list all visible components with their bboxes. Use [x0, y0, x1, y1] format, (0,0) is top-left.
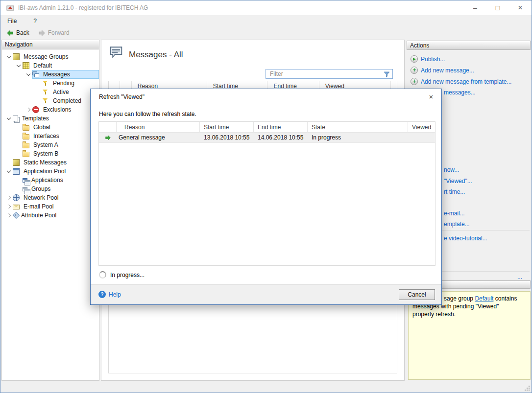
- nav-item-system-b[interactable]: System B: [2, 149, 99, 158]
- info-line-3: property refresh.: [412, 311, 456, 318]
- tree-indent: [15, 149, 23, 158]
- action-clipped-messages[interactable]: messages...: [444, 89, 476, 96]
- nav-item-completed[interactable]: Completed: [2, 96, 99, 105]
- folder-icon: [23, 125, 29, 131]
- status-text: In progress...: [110, 272, 145, 278]
- help-link[interactable]: ? Help: [98, 291, 121, 298]
- nav-item-network-pool[interactable]: Network Pool: [2, 193, 99, 202]
- nav-item-message-groups[interactable]: Message Groups: [2, 52, 99, 61]
- dialog-close-button[interactable]: ×: [426, 92, 436, 101]
- refresh-table-header: Reason Start time End time State Viewed: [99, 122, 435, 133]
- chevron-collapsed-icon[interactable]: [24, 105, 32, 114]
- action-label: Add new message...: [421, 67, 474, 74]
- column-end-time[interactable]: End time: [254, 122, 308, 132]
- forward-button[interactable]: Forward: [36, 28, 72, 38]
- nav-item-default[interactable]: Default: [2, 61, 99, 70]
- nav-item-pending[interactable]: Pending: [2, 79, 99, 88]
- nav-item-active[interactable]: Active: [2, 88, 99, 96]
- action-add-new-message[interactable]: Add new message...: [411, 67, 474, 74]
- tree-indent: [34, 79, 42, 88]
- action-clipped-email[interactable]: e-mail...: [444, 210, 465, 217]
- nav-item-label: Exclusions: [42, 106, 73, 113]
- window-title: IBI-aws Admin 1.21.0 - registered for IB…: [18, 4, 148, 11]
- chevron-collapsed-icon[interactable]: [5, 211, 13, 220]
- table-row[interactable]: General message 13.06.2018 10:55 14.06.2…: [99, 133, 435, 143]
- filter-input[interactable]: [266, 70, 384, 77]
- navigation-tree: Message Groups Default Messages: [2, 49, 99, 220]
- menu-file[interactable]: File: [5, 17, 19, 25]
- action-add-from-template[interactable]: Add new message from template...: [411, 78, 511, 85]
- minimize-button[interactable]: –: [464, 0, 486, 15]
- nav-item-email-pool[interactable]: E-mail Pool: [2, 202, 99, 211]
- back-button[interactable]: Back: [4, 28, 31, 38]
- resize-grip-icon[interactable]: [525, 386, 526, 387]
- chevron-expanded-icon[interactable]: [5, 167, 13, 176]
- chevron-expanded-icon[interactable]: [5, 52, 13, 61]
- action-clipped-video-tutorial[interactable]: e video-tutorial...: [444, 235, 487, 242]
- tree-indent: [15, 132, 23, 140]
- tree-indent: [15, 185, 23, 193]
- nav-item-global[interactable]: Global: [2, 123, 99, 132]
- cell-end-time: 14.06.2018 10:55: [254, 134, 308, 141]
- nav-item-attribute-pool[interactable]: Attribute Pool: [2, 211, 99, 220]
- nav-item-label: System B: [32, 150, 60, 157]
- menu-help[interactable]: ?: [31, 17, 39, 25]
- action-clipped-viewed[interactable]: "Viewed"...: [444, 178, 472, 185]
- add-from-template-icon: [411, 78, 418, 85]
- chevron-collapsed-icon[interactable]: [5, 202, 13, 211]
- dialog-footer: ? Help Cancel: [91, 284, 441, 304]
- nav-item-groups[interactable]: Groups: [2, 185, 99, 193]
- action-publish[interactable]: Publish...: [411, 55, 445, 63]
- info-line-1: sage group Default contains: [444, 295, 517, 302]
- nav-item-label: Interfaces: [32, 133, 61, 139]
- nav-item-exclusions[interactable]: Exclusions: [2, 105, 99, 114]
- nav-item-label: Attribute Pool: [20, 212, 58, 219]
- action-clipped-start-time[interactable]: rt time...: [444, 188, 465, 195]
- folder-icon: [23, 134, 29, 139]
- nav-item-static-messages[interactable]: Static Messages: [2, 158, 99, 167]
- nav-item-label: Messages: [42, 71, 72, 78]
- close-button[interactable]: ×: [509, 0, 532, 15]
- filter-active-icon: [42, 89, 49, 95]
- tree-indent: [34, 96, 42, 105]
- action-clipped-ellipsis[interactable]: ...: [517, 274, 522, 280]
- column-state[interactable]: State: [308, 122, 408, 132]
- chevron-collapsed-icon[interactable]: [5, 193, 13, 202]
- column-reason[interactable]: Reason: [117, 122, 200, 132]
- nav-item-label: Groups: [30, 185, 52, 192]
- nav-item-messages[interactable]: Messages: [2, 70, 99, 79]
- nav-item-applications[interactable]: Applications: [2, 176, 99, 185]
- chevron-expanded-icon[interactable]: [24, 70, 32, 79]
- menu-bar: File ?: [0, 15, 532, 26]
- nav-item-system-a[interactable]: System A: [2, 140, 99, 149]
- add-message-icon: [411, 67, 418, 74]
- funnel-icon[interactable]: [384, 71, 390, 77]
- nav-item-label: Applications: [30, 177, 65, 184]
- dialog-status: In progress...: [99, 271, 145, 278]
- nav-item-label: Message Groups: [22, 53, 70, 60]
- actions-separator: [442, 230, 530, 231]
- column-state-icon[interactable]: [99, 122, 117, 132]
- column-start-time[interactable]: Start time: [200, 122, 254, 132]
- nav-item-label: Static Messages: [22, 159, 68, 166]
- toolbar: Back Forward: [0, 26, 532, 39]
- app-logo-icon: [6, 4, 14, 12]
- actions-header: Actions: [407, 41, 531, 50]
- column-viewed[interactable]: Viewed: [408, 122, 435, 132]
- action-clipped-template[interactable]: emplate...: [444, 221, 470, 228]
- action-clipped-now[interactable]: now...: [444, 166, 459, 173]
- chevron-expanded-icon[interactable]: [5, 114, 13, 123]
- nav-item-interfaces[interactable]: Interfaces: [2, 132, 99, 140]
- nav-item-label: E-mail Pool: [22, 203, 55, 210]
- messages-header-icon: [109, 46, 123, 58]
- cancel-button[interactable]: Cancel: [399, 289, 435, 300]
- nav-item-templates[interactable]: Templates: [2, 114, 99, 123]
- nav-item-application-pool[interactable]: Application Pool: [2, 167, 99, 176]
- filter-pending-icon: [42, 80, 49, 87]
- nav-item-label: Application Pool: [22, 168, 67, 175]
- chevron-expanded-icon[interactable]: [15, 61, 23, 70]
- default-group-link[interactable]: Default: [475, 295, 493, 302]
- actions-separator: [442, 271, 530, 272]
- window-controls: – □ ×: [464, 0, 532, 15]
- maximize-button[interactable]: □: [486, 0, 509, 15]
